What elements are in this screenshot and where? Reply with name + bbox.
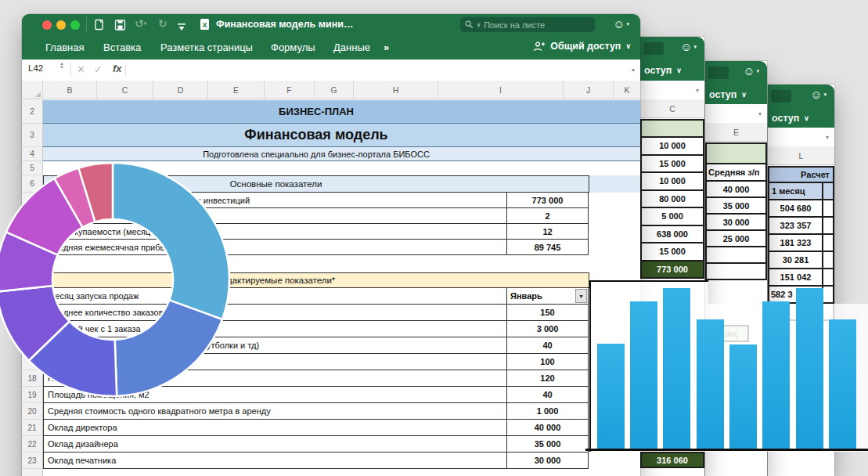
- cell[interactable]: [823, 269, 834, 287]
- column-header[interactable]: I: [438, 81, 564, 99]
- undo-icon[interactable]: ↺▾: [135, 17, 146, 30]
- name-box[interactable]: L42: [28, 63, 43, 73]
- input-value[interactable]: 30 000: [507, 453, 589, 469]
- input-value[interactable]: 100: [507, 354, 589, 370]
- cell[interactable]: 638 000: [640, 226, 704, 244]
- metric-value[interactable]: 12: [507, 224, 589, 240]
- column-header[interactable]: H: [354, 81, 438, 99]
- row-number[interactable]: [22, 255, 43, 272]
- input-value[interactable]: 3 000: [507, 321, 589, 337]
- cell[interactable]: 15 000: [640, 243, 704, 261]
- row-number[interactable]: [22, 305, 43, 321]
- cell[interactable]: 40 000: [705, 182, 767, 198]
- window2-share-fragment[interactable]: оступ∨: [640, 60, 704, 81]
- cell[interactable]: 30 000: [705, 215, 767, 231]
- input-value[interactable]: Январь ▼: [507, 288, 589, 305]
- row-number[interactable]: 18: [22, 370, 43, 387]
- cell[interactable]: 25 000: [705, 231, 767, 247]
- cell[interactable]: 504 680: [768, 200, 823, 218]
- tab-insert[interactable]: Вставка: [103, 41, 141, 53]
- column-header[interactable]: E: [208, 81, 265, 99]
- total-cell[interactable]: 773 000: [640, 261, 704, 279]
- metric-label[interactable]: Необходимый объем первоначальных инвести…: [43, 193, 507, 208]
- section-header-band[interactable]: Основные показатели: [43, 175, 589, 193]
- tab-formulas[interactable]: Формулы: [271, 41, 315, 53]
- row-number[interactable]: 2: [22, 100, 43, 124]
- cell[interactable]: [640, 119, 704, 138]
- smiley-feedback-button[interactable]: ☺▾: [613, 18, 629, 31]
- window3-share-fragment[interactable]: оступ∨: [705, 85, 767, 104]
- bottom-total-cell[interactable]: 316 060: [640, 452, 704, 468]
- column-headers[interactable]: ◢ B C D E F G H I J K: [22, 81, 640, 99]
- tab-home[interactable]: Главная: [45, 41, 84, 53]
- input-label[interactable]: Среднее количество заказов в месяц: [43, 305, 507, 321]
- smiley-feedback-button[interactable]: ☺▾: [810, 88, 827, 101]
- input-label[interactable]: Оклад дизайнера: [43, 436, 507, 453]
- editable-section-band[interactable]: Редактируемые показатели*: [43, 272, 589, 288]
- toolbar-options-icon[interactable]: [177, 20, 186, 34]
- title-band[interactable]: БИЗНЕС-ПЛАН: [43, 100, 640, 124]
- row-number[interactable]: [22, 354, 43, 370]
- input-value[interactable]: 40: [507, 387, 589, 403]
- row-number[interactable]: 22: [22, 436, 43, 453]
- cell[interactable]: [823, 200, 834, 218]
- salary-header-cell[interactable]: Средняя з/п: [705, 164, 767, 182]
- column-header[interactable]: J: [564, 81, 614, 99]
- metric-label[interactable]: Точка безубыточности (месяц): [43, 208, 507, 224]
- metric-value[interactable]: 2: [507, 208, 589, 224]
- formula-dropdown-icon[interactable]: ▾: [826, 134, 829, 141]
- row-number[interactable]: [22, 240, 43, 255]
- month-header-cell[interactable]: 1 месяц: [768, 183, 823, 200]
- select-all-corner[interactable]: ◢: [22, 81, 43, 99]
- row-number[interactable]: [22, 288, 43, 305]
- window3-formula-bar[interactable]: ▾: [705, 104, 767, 124]
- column-header[interactable]: F: [265, 81, 315, 99]
- cell[interactable]: [823, 252, 834, 269]
- input-label[interactable]: Оклад печатника: [43, 453, 507, 469]
- search-box-fragment[interactable]: [771, 90, 791, 103]
- search-input[interactable]: ∨ Поиск на листе: [460, 17, 595, 32]
- cell[interactable]: 35 000: [705, 198, 767, 215]
- cell[interactable]: 5 000: [640, 208, 704, 226]
- row-number[interactable]: 3: [22, 124, 43, 147]
- cell[interactable]: [823, 218, 834, 235]
- row-number[interactable]: 23: [22, 453, 43, 469]
- note-band[interactable]: Подготовлена специально для бизнес-порта…: [43, 147, 640, 161]
- formula-dropdown-icon[interactable]: ▾: [696, 87, 699, 94]
- subtitle-band[interactable]: Финансовая модель: [43, 124, 640, 147]
- row-number[interactable]: [22, 272, 43, 288]
- input-value[interactable]: 1 000: [507, 403, 589, 420]
- close-window-button[interactable]: [42, 20, 52, 30]
- share-button[interactable]: Общий доступ ∨: [533, 41, 631, 52]
- cell[interactable]: [823, 183, 834, 200]
- metric-value[interactable]: 773 000: [507, 193, 589, 208]
- redo-icon[interactable]: ↻: [158, 17, 167, 30]
- name-box-stepper[interactable]: ▲▼: [59, 62, 64, 70]
- input-label[interactable]: Количество товаров в месяц (кружки, футб…: [43, 337, 507, 354]
- column-header-E[interactable]: E: [705, 123, 767, 142]
- smiley-feedback-button[interactable]: ☺▾: [680, 41, 697, 53]
- cell[interactable]: [823, 287, 834, 304]
- cell[interactable]: 323 357: [768, 218, 823, 235]
- cell[interactable]: [705, 247, 767, 264]
- cell[interactable]: 181 323: [768, 235, 823, 252]
- formula-dropdown-icon[interactable]: ▾: [758, 110, 762, 117]
- save-icon[interactable]: [114, 19, 126, 34]
- search-box-fragment[interactable]: [708, 67, 729, 79]
- row-number[interactable]: 19: [22, 387, 43, 403]
- input-label[interactable]: Площадь помещения, м2: [43, 387, 507, 403]
- input-value[interactable]: 120: [507, 370, 589, 387]
- row-number[interactable]: [22, 208, 43, 224]
- cell[interactable]: 30 281: [768, 252, 823, 269]
- month-dropdown-button[interactable]: ▼: [575, 289, 587, 303]
- calc-header-cell[interactable]: Расчет: [768, 166, 834, 183]
- cell[interactable]: [705, 142, 767, 164]
- cell[interactable]: 10 000: [640, 138, 704, 156]
- row-number[interactable]: [22, 337, 43, 354]
- row-number[interactable]: [22, 224, 43, 240]
- window4-formula-bar[interactable]: ▾: [768, 128, 834, 147]
- row-number[interactable]: 6: [22, 175, 43, 193]
- input-value[interactable]: 40: [507, 337, 589, 354]
- row-number[interactable]: [22, 321, 43, 337]
- metric-value[interactable]: 89 745: [507, 240, 589, 255]
